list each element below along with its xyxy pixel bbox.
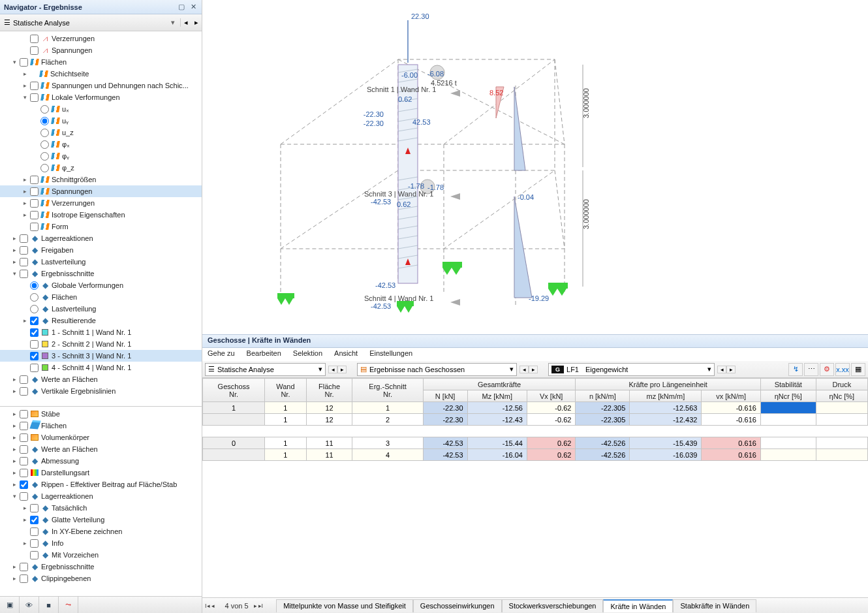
tree-item[interactable]: ▸◆Lagerreaktionen — [0, 232, 202, 244]
hdr-wand[interactable]: Wand Nr. — [265, 379, 307, 402]
tree-toggle-icon[interactable]: ▸ — [21, 317, 29, 324]
tree-checkbox[interactable] — [20, 457, 28, 465]
tree-checkbox[interactable] — [20, 480, 28, 489]
table-tab[interactable]: Stockwerksverschiebungen — [502, 599, 604, 612]
tree-toggle-icon[interactable]: ▸ — [21, 200, 29, 206]
tree-checkbox[interactable] — [30, 93, 39, 102]
tree-toggle-icon[interactable]: ▾ — [10, 493, 18, 499]
prev-icon[interactable]: ◂ — [211, 603, 215, 609]
table-row[interactable]: 1122-22.30-12.43-0.62-22.305-12.432-0.61… — [203, 414, 868, 426]
options-icon[interactable]: ⋯ — [804, 363, 818, 376]
hdr-druck[interactable]: Druck — [816, 379, 867, 390]
tree-checkbox[interactable] — [30, 352, 39, 360]
tree-checkbox[interactable] — [20, 387, 28, 396]
tree-checkbox[interactable] — [30, 527, 39, 536]
tree-item[interactable]: uᵧ — [0, 115, 202, 127]
tree-toggle-icon[interactable]: ▾ — [10, 270, 18, 277]
tree-item[interactable]: u_z — [0, 127, 202, 138]
tree-item[interactable]: Form — [0, 221, 202, 232]
tree-checkbox[interactable] — [20, 58, 28, 67]
tree-checkbox[interactable] — [30, 35, 39, 43]
table-row[interactable]: 1114-42.53-16.040.62-42.526-16.0390.616 — [203, 449, 868, 461]
results-by-dropdown[interactable]: ▤ Ergebnisse nach Geschossen ▾ — [357, 363, 517, 376]
tree-checkbox[interactable] — [20, 234, 28, 243]
tree-item[interactable]: 4 - Schnitt 4 | Wand Nr. 1 — [0, 362, 202, 373]
tree-checkbox[interactable] — [20, 375, 28, 384]
tree-checkbox[interactable] — [30, 328, 39, 337]
tree-checkbox[interactable] — [20, 258, 28, 266]
tree-checkbox[interactable] — [30, 317, 39, 325]
tree-checkbox[interactable] — [30, 340, 39, 349]
tree-item[interactable]: ▸◆Werte an Flächen — [0, 373, 202, 385]
next-icon[interactable]: ▸ — [726, 366, 736, 373]
tree-toggle-icon[interactable]: ▸ — [21, 540, 29, 546]
tree-item[interactable]: ▸◆Resultierende — [0, 315, 202, 326]
chart-icon[interactable]: ⤳ — [59, 597, 78, 613]
tree-toggle-icon[interactable]: ▸ — [21, 505, 29, 511]
tree-item[interactable]: ▸Verzerrungen — [0, 197, 202, 209]
menu-item[interactable]: Ansicht — [334, 349, 358, 360]
pin-icon[interactable]: ▢ — [177, 3, 186, 12]
tree-checkbox[interactable] — [20, 445, 28, 454]
tree-checkbox[interactable] — [20, 492, 28, 501]
tree-radio[interactable] — [40, 152, 49, 161]
tree-toggle-icon[interactable]: ▾ — [21, 94, 29, 101]
hdr-geschoss[interactable]: Geschoss Nr. — [203, 379, 265, 402]
tree-checkbox[interactable] — [20, 433, 28, 442]
model-viewport[interactable]: 3.000000 3.000000 — [202, 0, 868, 334]
tree-checkbox[interactable] — [30, 211, 39, 219]
tree-checkbox[interactable] — [30, 504, 39, 512]
eye-icon[interactable]: 👁 — [20, 597, 39, 613]
tree-toggle-icon[interactable]: ▸ — [10, 446, 18, 452]
hdr-schnitt[interactable]: Erg.-Schnitt Nr. — [352, 379, 423, 402]
tree-toggle-icon[interactable]: ▸ — [10, 575, 18, 582]
tree-item[interactable]: ▸◆Tatsächlich — [0, 502, 202, 514]
tree-toggle-icon[interactable]: ▸ — [10, 411, 18, 417]
tree-checkbox[interactable] — [30, 223, 39, 231]
tree-item[interactable]: ▸Spannungen und Dehnungen nach Schic... — [0, 80, 202, 91]
tree-toggle-icon[interactable]: ▸ — [21, 82, 29, 89]
tree-radio[interactable] — [40, 164, 49, 172]
tree-item[interactable]: ◆Flächen — [0, 291, 202, 303]
navigator-mode-dropdown[interactable]: ☰ Statische Analyse ▾ ◂ ▸ — [0, 14, 202, 31]
tool-b-icon[interactable]: x.xx — [835, 363, 850, 376]
tree-item[interactable]: ◆In XY-Ebene zeichnen — [0, 526, 202, 537]
tree-checkbox[interactable] — [30, 364, 39, 372]
tree-checkbox[interactable] — [20, 246, 28, 255]
tree-item[interactable]: ▾◆Ergebnisschnitte — [0, 268, 202, 279]
next-icon[interactable]: ▸ — [254, 603, 257, 609]
tree-item[interactable]: ▸◆Ergebnisschnitte — [0, 561, 202, 573]
tree-item[interactable]: ▸◆Info — [0, 537, 202, 549]
tree-checkbox[interactable] — [30, 539, 39, 548]
tree-item[interactable]: ▸◆Abmessung — [0, 455, 202, 467]
tree-checkbox[interactable] — [20, 410, 28, 418]
tree-radio[interactable] — [30, 293, 39, 302]
next-icon[interactable]: ▸ — [337, 366, 347, 373]
tree-item[interactable]: ▾Lokale Verformungen — [0, 91, 202, 103]
tree-toggle-icon[interactable]: ▸ — [21, 212, 29, 218]
tree-checkbox[interactable] — [30, 187, 39, 196]
tree-item[interactable]: φₓ — [0, 138, 202, 150]
tree-item[interactable]: ▸Isotrope Eigenschaften — [0, 209, 202, 221]
tree-toggle-icon[interactable]: ▸ — [10, 235, 18, 242]
tree-item[interactable]: 3 - Schnitt 3 | Wand Nr. 1 — [0, 350, 202, 362]
first-icon[interactable]: I◂ — [205, 603, 210, 609]
tree-checkbox[interactable] — [30, 176, 39, 184]
tool-c-icon[interactable]: ▦ — [851, 363, 865, 376]
tree-toggle-icon[interactable]: ▸ — [10, 481, 18, 488]
tree-radio[interactable] — [30, 281, 39, 290]
tree-toggle-icon[interactable]: ▸ — [10, 434, 18, 441]
menu-item[interactable]: Gehe zu — [208, 349, 235, 360]
tree-item[interactable]: ▸◆Glatte Verteilung — [0, 514, 202, 526]
tree-radio[interactable] — [40, 129, 49, 137]
navigator-tree-results[interactable]: ⩘Verzerrungen⩘Spannungen▾Flächen▸Schicht… — [0, 31, 202, 406]
forces-table[interactable]: Geschoss Nr. Wand Nr. Fläche Nr. Erg.-Sc… — [202, 378, 868, 461]
table-row[interactable]: 01113-42.53-15.440.62-42.526-15.4390.616 — [203, 437, 868, 449]
tree-checkbox[interactable] — [20, 270, 28, 278]
table-tab[interactable]: Kräfte in Wänden — [603, 599, 673, 612]
tree-item[interactable]: ▸◆Werte an Flächen — [0, 443, 202, 455]
camera-icon[interactable]: ■ — [39, 597, 59, 613]
tree-item[interactable]: uₓ — [0, 103, 202, 115]
table-row[interactable]: 11121-22.30-12.56-0.62-22.305-12.563-0.6… — [203, 402, 868, 414]
tree-item[interactable]: φᵧ — [0, 150, 202, 162]
